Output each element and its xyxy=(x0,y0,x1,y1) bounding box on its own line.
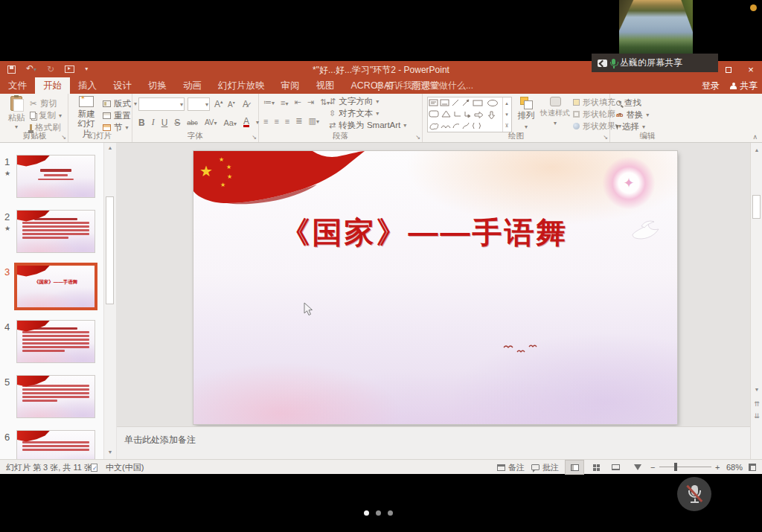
numbering-icon[interactable]: ≡▾ xyxy=(281,98,288,107)
screen-share-banner[interactable]: 丛巍的屏幕共享 xyxy=(592,54,718,72)
meeting-video-thumbnail[interactable] xyxy=(619,0,693,54)
dialog-launcher-icon[interactable]: ↘ xyxy=(415,134,420,141)
reading-view-button[interactable] xyxy=(607,461,624,474)
restore-window-button[interactable] xyxy=(717,61,740,77)
previous-slide-icon[interactable]: ⇈ xyxy=(751,400,762,408)
text-shadow-button[interactable]: abc xyxy=(187,119,198,126)
slide-thumbnail-5[interactable] xyxy=(16,375,95,418)
convert-smartart-button[interactable]: ⇄转换为 SmartArt▾ xyxy=(329,119,406,131)
comments-toggle[interactable]: 批注 xyxy=(531,460,559,475)
bold-button[interactable]: B xyxy=(138,118,145,128)
shapes-gallery[interactable]: ▴▾⊻ xyxy=(427,97,512,132)
italic-button[interactable]: I xyxy=(152,117,155,128)
screen: 丛巍的屏幕共享 ↶▾ ↻ ▾ *"好...好...学习"环节2 - PowerP… xyxy=(0,0,762,532)
group-label-paragraph: 段落 xyxy=(259,131,422,141)
canvas-scrollbar[interactable]: ▲ ▼ ⇈ ⇊ xyxy=(750,143,762,459)
fit-to-window-icon[interactable] xyxy=(749,460,756,475)
group-editing: 查找 ab替换▾ 选择▾ 编辑 xyxy=(610,94,685,142)
share-button[interactable]: 共享 xyxy=(730,80,758,92)
dialog-launcher-icon[interactable]: ↘ xyxy=(603,134,608,141)
tab-slideshow[interactable]: 幻灯片放映 xyxy=(210,77,273,94)
tab-animations[interactable]: 动画 xyxy=(175,77,210,94)
notes-toggle[interactable]: 备注 xyxy=(497,460,525,475)
character-spacing-button[interactable]: AV▾ xyxy=(205,118,217,126)
tab-view[interactable]: 视图 xyxy=(308,77,343,94)
grow-font-button[interactable]: A▴ xyxy=(214,99,223,109)
zoom-percentage[interactable]: 68% xyxy=(726,460,743,475)
align-left-icon[interactable]: ≡ xyxy=(263,117,268,126)
bullets-icon[interactable]: ≔▾ xyxy=(263,97,275,107)
scroll-down-icon[interactable]: ▼ xyxy=(751,387,762,392)
shrink-font-button[interactable]: A▾ xyxy=(228,100,235,109)
tab-review[interactable]: 审阅 xyxy=(273,77,308,94)
tell-me-box[interactable]: 告诉我您想要做什么... xyxy=(376,77,473,94)
sign-in-button[interactable]: 登录 xyxy=(702,80,720,92)
slide-canvas[interactable]: ★ ★ ★ ★ ★ ✦ 《国家》——手语舞 xyxy=(193,151,677,424)
carousel-dot[interactable] xyxy=(376,510,381,516)
microphone-muted-button[interactable] xyxy=(677,477,711,511)
quick-styles-button[interactable]: 快速样式 ▾ xyxy=(539,97,572,126)
clear-formatting-button[interactable]: A̷ xyxy=(243,99,249,109)
tab-home[interactable]: 开始 xyxy=(35,77,70,94)
scrollbar-thumb[interactable] xyxy=(106,196,114,304)
close-window-button[interactable]: × xyxy=(740,61,762,77)
next-slide-icon[interactable]: ⇊ xyxy=(751,412,762,420)
strikethrough-button[interactable]: S xyxy=(174,118,180,128)
columns-icon[interactable]: ▥▾ xyxy=(308,116,318,126)
dialog-launcher-icon[interactable]: ↘ xyxy=(252,134,257,141)
find-button[interactable]: 查找 xyxy=(616,97,649,109)
notes-pane[interactable]: 单击此处添加备注 xyxy=(117,426,750,459)
justify-icon[interactable]: ≣ xyxy=(295,116,302,126)
carousel-dot-current[interactable] xyxy=(364,510,369,516)
tab-file[interactable]: 文件 xyxy=(0,77,35,94)
reset-icon xyxy=(103,112,111,119)
slide-thumbnail-1[interactable] xyxy=(16,155,95,198)
font-size-combo[interactable]: ▾ xyxy=(188,97,210,111)
normal-view-button[interactable] xyxy=(566,461,583,474)
paste-button[interactable]: 粘贴 ▾ xyxy=(4,96,28,130)
tab-transitions[interactable]: 切换 xyxy=(140,77,175,94)
copy-button[interactable]: 复制▾ xyxy=(30,109,62,121)
collapse-ribbon-icon[interactable]: ∧ xyxy=(752,133,758,141)
slide-thumbnail-2[interactable] xyxy=(16,210,95,253)
language-indicator[interactable]: 中文(中国) xyxy=(106,460,144,475)
align-center-icon[interactable]: ≡ xyxy=(274,117,278,126)
slide-sorter-button[interactable] xyxy=(588,461,604,474)
scroll-down-icon[interactable]: ▼ xyxy=(104,449,116,455)
scrollbar-thumb[interactable] xyxy=(752,195,761,219)
align-text-button[interactable]: ⇳对齐文本▾ xyxy=(329,107,406,119)
zoom-out-button[interactable]: − xyxy=(650,460,655,475)
align-right-icon[interactable]: ≡ xyxy=(285,117,289,126)
font-name-combo[interactable]: ▾ xyxy=(138,97,185,111)
thumbnail-scrollbar[interactable]: ▲ ▼ xyxy=(104,143,116,459)
slide-thumbnail-4[interactable] xyxy=(16,320,95,363)
text-direction-button[interactable]: ⇵文字方向▾ xyxy=(329,95,406,107)
increase-indent-icon[interactable]: ⇥ xyxy=(307,97,314,107)
carousel-dot[interactable] xyxy=(388,510,393,516)
arrange-button[interactable]: 排列 ▾ xyxy=(515,97,537,130)
change-case-button[interactable]: Aa▾ xyxy=(224,118,237,127)
slide-thumbnail-6[interactable] xyxy=(16,430,95,459)
zoom-slider[interactable] xyxy=(659,467,711,467)
lightbulb-icon xyxy=(376,83,382,89)
zoom-in-button[interactable]: + xyxy=(715,460,720,475)
font-color-button[interactable]: A xyxy=(243,118,249,127)
replace-button[interactable]: ab替换▾ xyxy=(616,109,649,121)
zoom-slider-thumb[interactable] xyxy=(674,463,677,471)
slide-show-button[interactable] xyxy=(630,461,646,474)
microphone-icon xyxy=(612,59,615,65)
scroll-up-icon[interactable]: ▲ xyxy=(104,145,116,150)
carousel-dots[interactable] xyxy=(364,510,393,516)
cut-button[interactable]: ✂剪切 xyxy=(30,97,62,109)
dialog-launcher-icon[interactable]: ↘ xyxy=(61,134,66,141)
slide-thumbnail-3-selected[interactable]: 《国家》——手语舞 xyxy=(16,265,95,308)
underline-button[interactable]: U xyxy=(161,118,168,128)
slide-title[interactable]: 《国家》——手语舞 xyxy=(193,212,655,253)
scroll-up-icon[interactable]: ▲ xyxy=(751,147,762,153)
decrease-indent-icon[interactable]: ⇤ xyxy=(294,97,301,107)
tab-insert[interactable]: 插入 xyxy=(70,77,105,94)
shapes-gallery-scroll[interactable]: ▴▾⊻ xyxy=(502,97,510,132)
tab-design[interactable]: 设计 xyxy=(105,77,140,94)
paste-icon xyxy=(10,96,22,111)
spellcheck-icon[interactable] xyxy=(91,460,97,475)
